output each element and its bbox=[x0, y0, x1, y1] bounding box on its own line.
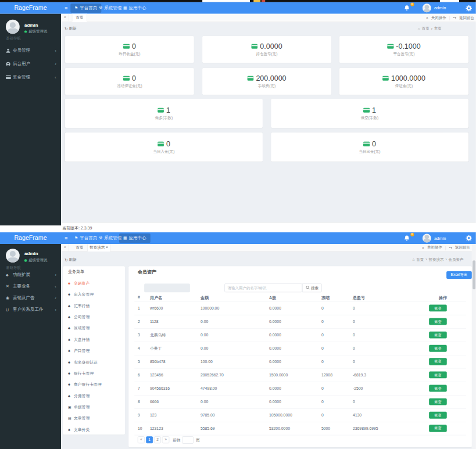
navbar-username[interactable]: admin bbox=[434, 236, 446, 241]
breadcrumb-home[interactable]: 首页 bbox=[416, 257, 424, 263]
menu-item-2[interactable]: ♣汇率行情 bbox=[63, 303, 125, 310]
navbar-right: 0 admin bbox=[404, 232, 472, 244]
menu-item-9[interactable]: ♣商户银行卡管理 bbox=[63, 381, 125, 388]
navbar-2: RageFrame ≡ ⚑平台首页 ⚒系统管理 ▦应用中心 0 admin bbox=[0, 232, 476, 244]
search-input[interactable]: 请输入用户的名字/标识 bbox=[224, 283, 302, 292]
row-action-button[interactable]: 账变 bbox=[429, 371, 447, 378]
refresh-button[interactable]: ↻刷新 bbox=[65, 26, 76, 31]
menu-item-5[interactable]: ♣大盘行情 bbox=[63, 336, 125, 343]
table-cell: 0.0000 bbox=[269, 359, 281, 364]
user-circle-icon bbox=[6, 62, 13, 66]
sidebar-avatar[interactable] bbox=[6, 20, 20, 34]
table-cell: 9785.00 bbox=[201, 412, 215, 417]
excel-export-button[interactable]: Excel导出 bbox=[446, 271, 472, 279]
row-action-button[interactable]: 账变 bbox=[429, 344, 447, 351]
breadcrumb-current: 会员资产 bbox=[449, 257, 464, 263]
row-action-button[interactable]: 账变 bbox=[429, 398, 447, 405]
search-button[interactable]: 搜索 bbox=[302, 283, 322, 292]
menu-item-8[interactable]: ♣银行卡管理 bbox=[63, 370, 125, 377]
table-cell: 0.0000 bbox=[269, 306, 281, 310]
nav-app-center[interactable]: ▦应用中心 bbox=[119, 234, 150, 243]
table-cell: 2 bbox=[138, 319, 140, 324]
bell-icon[interactable]: 0 bbox=[404, 234, 412, 242]
close-icon[interactable]: × bbox=[426, 16, 428, 20]
breadcrumb-parent[interactable]: 投资演示 bbox=[428, 257, 443, 263]
tab-close-icon[interactable]: × bbox=[106, 246, 108, 250]
avatar[interactable] bbox=[423, 3, 431, 12]
notification-badge: 0 bbox=[410, 233, 414, 236]
sidebar-role: 超级管理员 bbox=[24, 258, 47, 263]
tabbar-2: « 首页 投资演示 × × 关闭操作 | ↪ 返回前台 bbox=[61, 244, 472, 252]
menu-item-trade-assets[interactable]: ♣交易资产 bbox=[63, 280, 125, 287]
tab-active[interactable]: 投资演示 × bbox=[87, 244, 110, 252]
page-prev[interactable]: « bbox=[138, 436, 145, 443]
page-page1[interactable]: 1 bbox=[146, 436, 153, 443]
breadcrumb-current: 主页 bbox=[434, 26, 442, 31]
close-ops-menu[interactable]: 关闭操作 bbox=[431, 15, 446, 20]
sidebar-avatar[interactable] bbox=[6, 249, 20, 263]
table-cell: 0.0000 bbox=[269, 399, 281, 404]
row-action-button[interactable]: 账变 bbox=[429, 318, 447, 325]
menu-item-12[interactable]: ▤文章管理 bbox=[63, 415, 125, 422]
close-icon[interactable]: × bbox=[422, 246, 424, 250]
sidebar-item-marketing[interactable]: ◉ 营销及广告‹ bbox=[0, 294, 61, 302]
gear-icon[interactable] bbox=[466, 235, 472, 242]
table-cell: 7 bbox=[138, 386, 140, 390]
refresh-button[interactable]: ↻刷新 bbox=[65, 257, 76, 263]
bell-icon[interactable]: 0 bbox=[404, 4, 412, 12]
scrollbar-thumb[interactable] bbox=[473, 260, 475, 289]
menu-item-1[interactable]: ♣出入金管理 bbox=[63, 291, 125, 298]
menu-item-10[interactable]: ♣分佣管理 bbox=[63, 393, 125, 400]
sidebar-item-customer[interactable]: U 客户关系及工作‹ bbox=[0, 306, 61, 314]
gear-icon[interactable] bbox=[466, 5, 472, 11]
tab-home[interactable]: 首页 bbox=[72, 244, 87, 252]
back-to-front-link[interactable]: 返回前台 bbox=[455, 245, 470, 250]
table-cell: 5000 bbox=[321, 426, 330, 430]
menu-item-11[interactable]: ▣单据管理 bbox=[63, 404, 125, 411]
back-to-front-link[interactable]: 返回前台 bbox=[459, 15, 474, 20]
tabs-back-button[interactable]: « bbox=[61, 244, 69, 252]
brand-logo[interactable]: RageFrame bbox=[0, 232, 61, 244]
table-cell: -6819.3 bbox=[353, 372, 366, 377]
menu-item-4[interactable]: ♣区域管理 bbox=[63, 325, 125, 332]
sidebar-item-admin-users[interactable]: 后台用户‹ bbox=[0, 60, 61, 68]
row-action-button[interactable]: 账变 bbox=[429, 425, 447, 432]
tab-actions: × 关闭操作 | ↪ 返回前台 bbox=[422, 244, 472, 252]
filter-select[interactable] bbox=[144, 283, 190, 292]
sidebar-item-funds[interactable]: 资金管理‹ bbox=[0, 73, 61, 81]
tabs-back-button[interactable]: « bbox=[61, 14, 69, 21]
avatar[interactable] bbox=[423, 234, 431, 243]
sidebar-role: 超级管理员 bbox=[24, 29, 47, 34]
row-action-button[interactable]: 账变 bbox=[429, 411, 447, 418]
home-icon: ⌂ bbox=[412, 258, 414, 262]
navbar-username[interactable]: admin bbox=[434, 6, 446, 11]
nav-app-center[interactable]: ▦应用中心 bbox=[119, 3, 150, 13]
hamburger-icon[interactable]: ≡ bbox=[62, 2, 70, 14]
page-next[interactable]: » bbox=[162, 436, 169, 443]
brand-logo[interactable]: RageFrame bbox=[0, 2, 61, 14]
table-cell: 100000.00 bbox=[201, 306, 219, 310]
row-action-button[interactable]: 账变 bbox=[429, 385, 447, 391]
menu-item-13[interactable]: ♣文章分类 bbox=[63, 426, 125, 433]
menu-item-7[interactable]: ♣实名身份认证 bbox=[63, 359, 125, 366]
row-action-button[interactable]: 账变 bbox=[429, 304, 447, 311]
credit-card-icon bbox=[123, 76, 130, 81]
sidebar-item-main-business[interactable]: ✕ 主要业务‹ bbox=[0, 282, 61, 290]
page-page2[interactable]: 2 bbox=[154, 436, 161, 443]
table-cell: 105000.0000 bbox=[269, 412, 292, 417]
table-cell: 0.0000 bbox=[269, 386, 281, 390]
close-ops-menu[interactable]: 关闭操作 bbox=[427, 245, 442, 250]
apps-icon: ▦ bbox=[123, 6, 127, 10]
goto-page-input[interactable] bbox=[182, 436, 194, 444]
row-action-button[interactable]: 账变 bbox=[429, 358, 447, 365]
sidebar-item-extensions[interactable]: ♣ 功能扩展‹ bbox=[0, 271, 61, 279]
hamburger-icon[interactable]: ≡ bbox=[62, 232, 70, 244]
tab-home[interactable]: 首页 bbox=[72, 14, 87, 21]
table-cell: 4130 bbox=[353, 412, 362, 417]
breadcrumb-home[interactable]: 首页 bbox=[422, 26, 430, 31]
menu-item-6[interactable]: ♣户口管理 bbox=[63, 347, 125, 354]
sidebar-item-members[interactable]: 会员管理‹ bbox=[0, 46, 61, 55]
menu-item-3[interactable]: ♣公司管理 bbox=[63, 314, 125, 321]
chevron-left-icon: ‹ bbox=[55, 283, 56, 289]
row-action-button[interactable]: 账变 bbox=[429, 331, 447, 338]
